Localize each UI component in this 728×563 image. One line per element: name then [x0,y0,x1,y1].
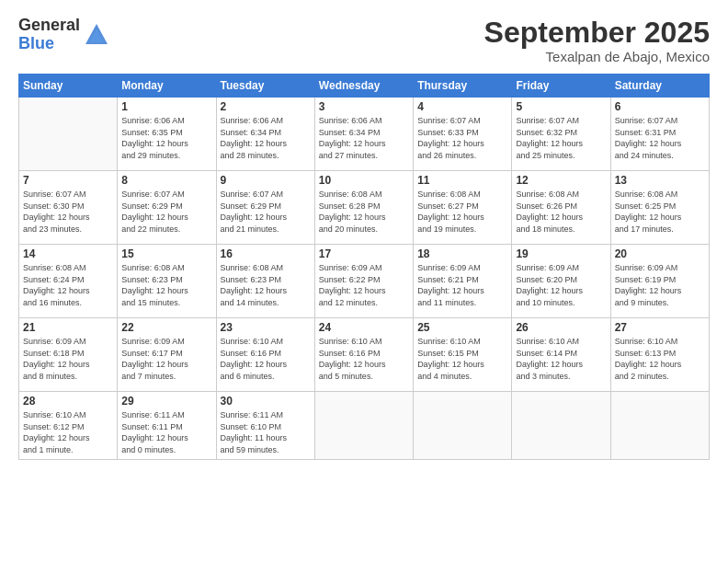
day-info: Sunrise: 6:10 AM Sunset: 6:14 PM Dayligh… [516,336,606,382]
calendar-week-row: 28Sunrise: 6:10 AM Sunset: 6:12 PM Dayli… [19,392,710,459]
day-info: Sunrise: 6:08 AM Sunset: 6:23 PM Dayligh… [121,262,211,308]
table-row: 22Sunrise: 6:09 AM Sunset: 6:17 PM Dayli… [118,318,216,392]
day-number: 20 [615,247,705,260]
calendar-week-row: 7Sunrise: 6:07 AM Sunset: 6:30 PM Daylig… [19,171,710,245]
day-number: 3 [319,100,409,113]
logo-icon [84,22,109,48]
day-number: 2 [221,100,311,113]
day-number: 5 [516,100,606,113]
day-info: Sunrise: 6:10 AM Sunset: 6:12 PM Dayligh… [23,409,113,455]
day-number: 23 [221,321,311,334]
table-row: 30Sunrise: 6:11 AM Sunset: 6:10 PM Dayli… [216,392,314,459]
day-info: Sunrise: 6:08 AM Sunset: 6:26 PM Dayligh… [516,189,606,235]
day-info: Sunrise: 6:07 AM Sunset: 6:29 PM Dayligh… [221,189,311,235]
day-info: Sunrise: 6:11 AM Sunset: 6:11 PM Dayligh… [121,409,211,455]
table-row: 7Sunrise: 6:07 AM Sunset: 6:30 PM Daylig… [19,171,118,245]
col-thursday: Thursday [414,75,512,98]
table-row: 19Sunrise: 6:09 AM Sunset: 6:20 PM Dayli… [512,245,610,318]
day-number: 1 [121,100,211,113]
col-tuesday: Tuesday [216,75,314,98]
day-number: 8 [121,174,211,187]
day-number: 13 [615,174,705,187]
day-number: 21 [23,321,113,334]
day-info: Sunrise: 6:08 AM Sunset: 6:23 PM Dayligh… [221,262,311,308]
day-number: 28 [23,395,113,408]
day-info: Sunrise: 6:10 AM Sunset: 6:16 PM Dayligh… [221,336,311,382]
table-row: 12Sunrise: 6:08 AM Sunset: 6:26 PM Dayli… [512,171,610,245]
day-info: Sunrise: 6:07 AM Sunset: 6:32 PM Dayligh… [516,115,606,161]
day-info: Sunrise: 6:08 AM Sunset: 6:28 PM Dayligh… [319,189,409,235]
day-info: Sunrise: 6:10 AM Sunset: 6:15 PM Dayligh… [417,336,507,382]
table-row: 25Sunrise: 6:10 AM Sunset: 6:15 PM Dayli… [414,318,512,392]
calendar-week-row: 21Sunrise: 6:09 AM Sunset: 6:18 PM Dayli… [19,318,710,392]
table-row [19,98,118,171]
col-friday: Friday [512,75,610,98]
month-title: September 2025 [484,17,710,49]
logo: General Blue [18,17,109,53]
table-row: 16Sunrise: 6:08 AM Sunset: 6:23 PM Dayli… [216,245,314,318]
location-title: Texalpan de Abajo, Mexico [484,49,710,64]
table-row: 8Sunrise: 6:07 AM Sunset: 6:29 PM Daylig… [118,171,216,245]
day-info: Sunrise: 6:10 AM Sunset: 6:13 PM Dayligh… [615,336,705,382]
col-saturday: Saturday [610,75,709,98]
day-number: 29 [121,395,211,408]
table-row: 23Sunrise: 6:10 AM Sunset: 6:16 PM Dayli… [216,318,314,392]
day-info: Sunrise: 6:09 AM Sunset: 6:21 PM Dayligh… [417,262,507,308]
day-number: 4 [417,100,507,113]
table-row [610,392,709,459]
title-block: September 2025 Texalpan de Abajo, Mexico [484,17,710,64]
day-number: 25 [417,321,507,334]
table-row: 14Sunrise: 6:08 AM Sunset: 6:24 PM Dayli… [19,245,118,318]
table-row: 18Sunrise: 6:09 AM Sunset: 6:21 PM Dayli… [414,245,512,318]
day-info: Sunrise: 6:08 AM Sunset: 6:25 PM Dayligh… [615,189,705,235]
table-row: 21Sunrise: 6:09 AM Sunset: 6:18 PM Dayli… [19,318,118,392]
day-number: 6 [615,100,705,113]
day-number: 11 [417,174,507,187]
table-row: 5Sunrise: 6:07 AM Sunset: 6:32 PM Daylig… [512,98,610,171]
day-number: 26 [516,321,606,334]
day-number: 15 [121,247,211,260]
table-row: 13Sunrise: 6:08 AM Sunset: 6:25 PM Dayli… [610,171,709,245]
table-row: 29Sunrise: 6:11 AM Sunset: 6:11 PM Dayli… [118,392,216,459]
day-number: 30 [221,395,311,408]
table-row: 2Sunrise: 6:06 AM Sunset: 6:34 PM Daylig… [216,98,314,171]
logo-text: General Blue [18,17,80,53]
table-row: 17Sunrise: 6:09 AM Sunset: 6:22 PM Dayli… [314,245,413,318]
day-info: Sunrise: 6:07 AM Sunset: 6:31 PM Dayligh… [615,115,705,161]
table-row [512,392,610,459]
day-number: 12 [516,174,606,187]
day-number: 9 [221,174,311,187]
day-info: Sunrise: 6:08 AM Sunset: 6:27 PM Dayligh… [417,189,507,235]
day-info: Sunrise: 6:11 AM Sunset: 6:10 PM Dayligh… [221,409,311,455]
day-info: Sunrise: 6:06 AM Sunset: 6:34 PM Dayligh… [319,115,409,161]
table-row: 1Sunrise: 6:06 AM Sunset: 6:35 PM Daylig… [118,98,216,171]
day-info: Sunrise: 6:10 AM Sunset: 6:16 PM Dayligh… [319,336,409,382]
day-info: Sunrise: 6:09 AM Sunset: 6:20 PM Dayligh… [516,262,606,308]
day-number: 14 [23,247,113,260]
table-row: 11Sunrise: 6:08 AM Sunset: 6:27 PM Dayli… [414,171,512,245]
day-number: 17 [319,247,409,260]
day-info: Sunrise: 6:09 AM Sunset: 6:22 PM Dayligh… [319,262,409,308]
calendar: Sunday Monday Tuesday Wednesday Thursday… [18,74,710,459]
day-info: Sunrise: 6:07 AM Sunset: 6:33 PM Dayligh… [417,115,507,161]
table-row: 9Sunrise: 6:07 AM Sunset: 6:29 PM Daylig… [216,171,314,245]
day-info: Sunrise: 6:08 AM Sunset: 6:24 PM Dayligh… [23,262,113,308]
header: General Blue September 2025 Texalpan de … [18,17,710,64]
calendar-week-row: 1Sunrise: 6:06 AM Sunset: 6:35 PM Daylig… [19,98,710,171]
day-info: Sunrise: 6:07 AM Sunset: 6:30 PM Dayligh… [23,189,113,235]
col-wednesday: Wednesday [314,75,413,98]
day-number: 10 [319,174,409,187]
table-row [314,392,413,459]
table-row: 28Sunrise: 6:10 AM Sunset: 6:12 PM Dayli… [19,392,118,459]
col-monday: Monday [118,75,216,98]
day-info: Sunrise: 6:06 AM Sunset: 6:34 PM Dayligh… [221,115,311,161]
calendar-header-row: Sunday Monday Tuesday Wednesday Thursday… [19,75,710,98]
day-number: 18 [417,247,507,260]
day-info: Sunrise: 6:07 AM Sunset: 6:29 PM Dayligh… [121,189,211,235]
day-info: Sunrise: 6:09 AM Sunset: 6:19 PM Dayligh… [615,262,705,308]
table-row: 26Sunrise: 6:10 AM Sunset: 6:14 PM Dayli… [512,318,610,392]
day-number: 19 [516,247,606,260]
day-info: Sunrise: 6:06 AM Sunset: 6:35 PM Dayligh… [121,115,211,161]
day-number: 27 [615,321,705,334]
day-info: Sunrise: 6:09 AM Sunset: 6:17 PM Dayligh… [121,336,211,382]
